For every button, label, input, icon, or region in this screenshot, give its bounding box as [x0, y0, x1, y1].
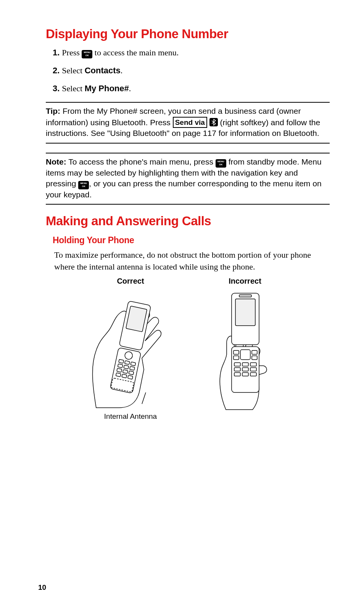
step-text-pre: Select: [62, 84, 84, 93]
svg-rect-13: [122, 374, 127, 378]
steps-list: 1.Press to access the main menu. 2.Selec…: [53, 47, 330, 94]
send-via-button-label: Send via: [173, 117, 207, 128]
svg-rect-6: [118, 364, 122, 368]
menu-ok-key-icon: [216, 159, 226, 168]
bluetooth-icon: [209, 118, 218, 126]
tip-box: Tip: From the My Phone# screen, you can …: [46, 102, 330, 143]
svg-rect-26: [252, 356, 257, 360]
step-number: 3.: [53, 84, 60, 93]
page-number: 10: [38, 583, 46, 592]
svg-rect-25: [234, 356, 239, 360]
svg-rect-14: [128, 375, 133, 379]
svg-rect-34: [242, 373, 248, 376]
figure-row: Correct: [46, 277, 330, 421]
step-text-post: .: [129, 84, 131, 93]
menu-ok-key-icon: [78, 181, 89, 189]
step-number: 1.: [53, 48, 60, 57]
svg-rect-29: [250, 363, 256, 366]
figure-image-correct: [85, 289, 176, 412]
body-paragraph: To maximize performance, do not obstruct…: [54, 249, 330, 273]
svg-rect-22: [240, 350, 250, 360]
svg-rect-3: [119, 359, 124, 363]
step-text-post: .: [121, 66, 123, 75]
figure-image-incorrect: [199, 289, 291, 412]
step-text-post: to access the main menu.: [92, 48, 179, 57]
section-heading-displaying: Displaying Your Phone Number: [46, 27, 330, 41]
step-1: 1.Press to access the main menu.: [53, 47, 330, 59]
section-heading-making-calls: Making and Answering Calls: [46, 214, 330, 228]
page-content: Displaying Your Phone Number 1.Press to …: [0, 0, 364, 436]
svg-rect-24: [252, 350, 257, 354]
step-2: 2.Select Contacts.: [53, 65, 330, 77]
svg-rect-8: [130, 366, 135, 370]
svg-rect-4: [125, 361, 130, 365]
svg-rect-23: [234, 350, 239, 354]
svg-rect-5: [130, 362, 135, 366]
tip-label: Tip:: [46, 107, 60, 115]
svg-rect-35: [250, 373, 256, 376]
note-label: Note:: [46, 157, 66, 166]
note-box: Note: To access the phone's main menu, p…: [46, 153, 330, 205]
step-bold: Contacts: [85, 66, 121, 75]
subsection-heading-holding: Holding Your Phone: [53, 235, 330, 245]
svg-rect-7: [124, 365, 129, 369]
step-bold: My Phone#: [85, 84, 129, 93]
antenna-label: Internal Antenna: [85, 412, 176, 421]
svg-rect-27: [234, 363, 240, 366]
svg-rect-19: [235, 299, 255, 326]
step-number: 2.: [53, 66, 60, 75]
svg-rect-33: [234, 373, 240, 376]
figure-correct: Correct: [85, 277, 176, 421]
figure-incorrect: Incorrect: [199, 277, 291, 421]
step-text-pre: Select: [62, 66, 84, 75]
svg-rect-32: [250, 368, 256, 371]
svg-rect-10: [123, 370, 128, 373]
svg-rect-9: [117, 368, 122, 372]
svg-rect-28: [242, 363, 248, 366]
step-text-pre: Press: [62, 48, 82, 57]
svg-rect-31: [242, 368, 248, 371]
svg-line-17: [142, 392, 146, 404]
step-3: 3.Select My Phone#.: [53, 83, 330, 95]
svg-rect-12: [116, 373, 121, 376]
svg-rect-30: [234, 368, 240, 371]
svg-rect-20: [239, 295, 251, 297]
note-text-1: To access the phone's main menu, press: [66, 157, 216, 166]
menu-ok-key-icon: [82, 50, 92, 58]
svg-rect-11: [129, 371, 134, 375]
figure-caption: Incorrect: [199, 277, 291, 286]
figure-caption: Correct: [85, 277, 176, 286]
